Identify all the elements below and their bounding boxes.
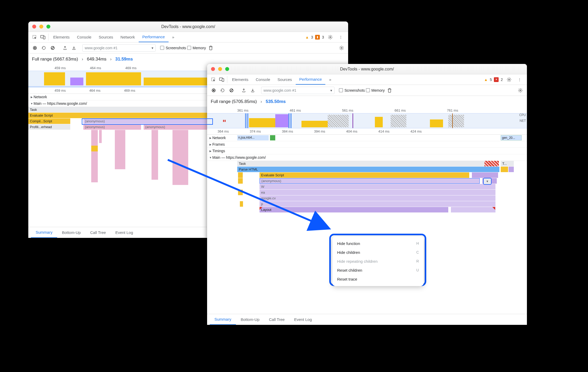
warning-icon[interactable]: ▲: [305, 35, 309, 39]
download-icon[interactable]: [70, 44, 78, 52]
btab-bottom-up[interactable]: Bottom-Up: [57, 227, 85, 238]
tab-performance[interactable]: Performance: [139, 32, 169, 42]
flame-parse-html[interactable]: Parse HTML: [237, 167, 499, 172]
download-icon[interactable]: [249, 86, 257, 94]
clear-button[interactable]: [228, 86, 235, 94]
tab-more[interactable]: »: [169, 32, 178, 42]
flame-bar[interactable]: [240, 201, 243, 207]
reload-record-button[interactable]: [219, 86, 226, 94]
btab-bottom-up[interactable]: Bottom-Up: [236, 314, 264, 325]
section-network[interactable]: ▶Network n,jsa,mb4... gen_20...: [207, 135, 527, 141]
warning-icon[interactable]: ▲: [484, 78, 488, 82]
flame-bar[interactable]: [238, 190, 243, 195]
gc-icon[interactable]: [386, 86, 393, 94]
upload-icon[interactable]: [240, 86, 248, 94]
settings-gear-icon[interactable]: [326, 32, 335, 42]
btab-event-log[interactable]: Event Log: [289, 314, 317, 325]
tab-network[interactable]: Network: [117, 32, 139, 42]
issue-icon[interactable]: ▮: [315, 35, 320, 40]
inspect-icon[interactable]: [30, 32, 39, 42]
flame-layout[interactable]: Layout: [260, 207, 448, 212]
crumb-last[interactable]: 31.59ms: [115, 57, 133, 62]
network-item[interactable]: n,jsa,mb4...: [237, 135, 269, 140]
btab-call-tree[interactable]: Call Tree: [264, 314, 289, 325]
flame-task[interactable]: T...: [501, 161, 514, 166]
flame-google-cv[interactable]: google.cv: [260, 195, 495, 201]
menu-reset-children[interactable]: Reset childrenU: [332, 266, 424, 275]
flame-evaluate-script[interactable]: Evaluate Script: [260, 172, 469, 178]
crumb-full-range[interactable]: Full range (5705.85ms): [211, 99, 257, 104]
section-main[interactable]: ▼Main — https://www.google.com/: [207, 154, 527, 161]
flame-p[interactable]: p: [260, 201, 495, 207]
menu-hide-children[interactable]: Hide childrenC: [332, 248, 424, 257]
record-button[interactable]: [31, 44, 39, 52]
btab-call-tree[interactable]: Call Tree: [85, 227, 111, 238]
crumb-last[interactable]: 535.50ms: [266, 99, 286, 104]
kebab-menu-icon[interactable]: ⋮: [515, 74, 524, 85]
minimize-window-button[interactable]: [218, 67, 222, 71]
kebab-menu-icon[interactable]: ⋮: [337, 32, 345, 42]
record-button[interactable]: [210, 86, 218, 94]
tab-elements[interactable]: Elements: [228, 74, 252, 85]
minimap-overview[interactable]: ▮▮: [207, 113, 527, 128]
tab-sources[interactable]: Sources: [274, 74, 296, 85]
recording-select[interactable]: www.google.com #1: [82, 44, 156, 52]
clear-button[interactable]: [49, 44, 57, 52]
error-icon[interactable]: ✕: [494, 77, 499, 82]
flame-anonymous[interactable]: (anonymous): [260, 178, 480, 184]
flame-bar[interactable]: [501, 167, 508, 172]
range-handle-left[interactable]: [245, 113, 248, 128]
inspect-icon[interactable]: [209, 74, 218, 85]
memory-checkbox[interactable]: Memory: [366, 88, 385, 92]
settings-gear-icon[interactable]: [505, 74, 513, 85]
titlebar[interactable]: DevTools - www.google.com/: [207, 64, 527, 74]
flame-anonymous[interactable]: (anonymous): [144, 124, 212, 130]
network-item[interactable]: gen_20...: [501, 135, 522, 140]
close-window-button[interactable]: [32, 25, 36, 29]
tab-more[interactable]: »: [325, 74, 335, 85]
tab-console[interactable]: Console: [73, 32, 95, 42]
device-toggle-icon[interactable]: [39, 32, 47, 42]
minimize-window-button[interactable]: [39, 25, 43, 29]
flame-ea[interactable]: ea: [260, 190, 495, 195]
reload-record-button[interactable]: [40, 44, 48, 52]
flame-bar[interactable]: [509, 167, 514, 172]
tab-elements[interactable]: Elements: [50, 32, 73, 42]
menu-reset-trace[interactable]: Reset trace: [332, 275, 424, 283]
titlebar[interactable]: DevTools - www.google.com/: [28, 21, 348, 32]
btab-summary[interactable]: Summary: [210, 314, 236, 325]
flame-task[interactable]: Task: [237, 161, 485, 166]
screenshots-checkbox[interactable]: Screenshots: [339, 88, 365, 92]
network-item[interactable]: [270, 135, 275, 140]
tab-console[interactable]: Console: [252, 74, 274, 85]
upload-icon[interactable]: [61, 44, 69, 52]
memory-checkbox[interactable]: Memory: [187, 46, 206, 50]
recording-select[interactable]: www.google.com #1: [261, 87, 335, 94]
range-handle-right[interactable]: [288, 113, 292, 128]
tab-sources[interactable]: Sources: [95, 32, 117, 42]
section-timings[interactable]: ▶Timings: [207, 148, 527, 154]
flame-w[interactable]: W: [260, 184, 495, 189]
menu-hide-function[interactable]: Hide functionH: [332, 239, 424, 248]
gc-icon[interactable]: [207, 44, 215, 52]
flame-bar[interactable]: [238, 172, 243, 178]
flame-bar[interactable]: [472, 172, 498, 178]
maximize-window-button[interactable]: [46, 25, 50, 29]
crumb-mid[interactable]: 649.34ms: [87, 57, 106, 62]
flame-bar[interactable]: [451, 207, 495, 212]
crumb-full-range[interactable]: Full range (5667.63ms): [32, 57, 78, 62]
close-window-button[interactable]: [211, 67, 215, 71]
screenshots-checkbox[interactable]: Screenshots: [160, 46, 186, 50]
settings-gear-icon[interactable]: [338, 44, 346, 52]
flame-bar[interactable]: [238, 178, 243, 184]
maximize-window-button[interactable]: [225, 67, 229, 71]
flame-compile-script[interactable]: Compil...Script: [28, 118, 70, 124]
settings-gear-icon[interactable]: [516, 86, 524, 94]
section-frames[interactable]: ▶Frames: [207, 141, 527, 148]
flame-profiling-overhead[interactable]: Profili...erhead: [28, 124, 70, 130]
flame-anonymous[interactable]: (anonymous): [83, 118, 212, 124]
tab-performance[interactable]: Performance: [296, 74, 326, 85]
dropdown-handle[interactable]: ▼: [483, 178, 492, 185]
btab-event-log[interactable]: Event Log: [111, 227, 138, 238]
btab-summary[interactable]: Summary: [31, 227, 57, 238]
